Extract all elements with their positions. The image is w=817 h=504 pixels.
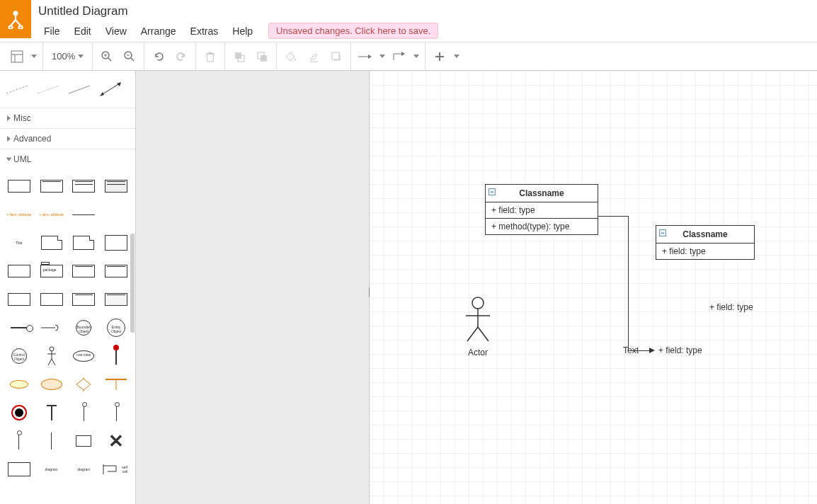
stencil-block2[interactable] <box>37 287 67 312</box>
shape-dashed-line[interactable] <box>1 76 33 102</box>
stencil-component[interactable] <box>4 258 34 284</box>
redo-button[interactable] <box>173 48 190 65</box>
stencil-rect[interactable] <box>69 428 99 454</box>
menu-file[interactable]: File <box>38 23 66 39</box>
stencil-item-orange[interactable]: + item: attribute <box>4 202 34 227</box>
to-front-button[interactable] <box>231 48 248 65</box>
stencil-end[interactable] <box>4 400 34 425</box>
stencil-socket[interactable] <box>37 315 67 340</box>
insert-button[interactable] <box>431 48 448 65</box>
stencil-activity[interactable] <box>4 372 34 397</box>
stencil-msg2[interactable]: diagram <box>69 457 99 482</box>
chevron-down-icon <box>454 55 459 58</box>
shape-bidir-arrow[interactable] <box>95 76 126 102</box>
zoom-in-button[interactable] <box>98 48 115 65</box>
collapse-icon[interactable]: − <box>489 188 496 195</box>
canvas-container: −Classname + field: type + method(type):… <box>136 71 817 504</box>
class-field[interactable]: + field: type <box>486 202 598 218</box>
stencil-class4[interactable] <box>101 173 131 199</box>
zoom-select[interactable]: 100% <box>49 51 86 62</box>
class-method[interactable]: + method(type): type <box>486 218 598 234</box>
stencil-pin-red[interactable] <box>101 343 131 369</box>
view-mode-button[interactable] <box>8 48 25 65</box>
stencil-decision[interactable] <box>69 372 99 397</box>
chevron-down-icon <box>379 55 385 58</box>
line-color-button[interactable] <box>305 48 322 65</box>
stencil-msg[interactable]: diagram <box>37 457 67 482</box>
app-logo[interactable] <box>0 0 31 38</box>
save-notice[interactable]: Unsaved changes. Click here to save. <box>268 23 438 39</box>
uml-stencils: + item: attribute + item: attribute Titl… <box>0 169 135 486</box>
floating-field-1[interactable]: + field: type <box>709 302 753 312</box>
stencil-entity[interactable]: Entity Object <box>101 315 131 340</box>
menu-extras[interactable]: Extras <box>185 23 224 39</box>
svg-point-22 <box>50 347 54 351</box>
edge-1[interactable] <box>598 216 655 354</box>
stencil-block3[interactable] <box>69 287 99 312</box>
menu-view[interactable]: View <box>100 23 132 39</box>
stencil-vline[interactable] <box>37 428 67 454</box>
stencil-tbar[interactable] <box>37 400 67 425</box>
stencil-block4[interactable] <box>101 287 131 312</box>
delete-button[interactable] <box>202 48 219 65</box>
stencil-usecase[interactable]: use case <box>69 343 99 369</box>
stencil-actor[interactable] <box>37 343 67 369</box>
stencil-fork[interactable] <box>101 372 131 397</box>
stencil-interface[interactable] <box>37 173 67 199</box>
stencil-spacer[interactable] <box>101 202 131 227</box>
stencil-title[interactable]: Title <box>4 230 34 256</box>
chevron-right-icon <box>7 136 11 142</box>
stencil-divider[interactable] <box>69 202 99 227</box>
zoom-out-button[interactable] <box>121 48 138 65</box>
edge-label[interactable]: Text <box>623 345 639 355</box>
shape-dotted-line[interactable] <box>33 76 64 102</box>
stencil-lifeline2[interactable] <box>101 400 131 425</box>
stencil-class3[interactable] <box>69 173 99 199</box>
uml-class-1[interactable]: −Classname + field: type + method(type):… <box>485 184 598 235</box>
stencil-vline-dot[interactable] <box>4 428 34 454</box>
section-label: Misc <box>13 113 31 123</box>
waypoint-button[interactable] <box>391 48 408 65</box>
menu-edit[interactable]: Edit <box>69 23 97 39</box>
outline-pane[interactable] <box>136 71 370 504</box>
connection-button[interactable] <box>357 48 374 65</box>
fill-color-button[interactable] <box>282 48 299 65</box>
shape-line[interactable] <box>64 76 95 102</box>
chevron-right-icon <box>7 115 11 121</box>
to-back-button[interactable] <box>253 48 270 65</box>
stencil-item-orange2[interactable]: + item: attribute <box>37 202 67 227</box>
stencil-note2[interactable] <box>69 230 99 256</box>
section-advanced[interactable]: Advanced <box>0 129 135 149</box>
shadow-button[interactable] <box>328 48 345 65</box>
stencil-block[interactable] <box>4 287 34 312</box>
stencil-destroy[interactable]: ✕ <box>101 428 131 454</box>
zoom-value: 100% <box>52 51 75 62</box>
menu-arrange[interactable]: Arrange <box>135 23 182 39</box>
stencil-selfcall[interactable]: self call <box>101 457 131 482</box>
sidebar-scrollbar[interactable] <box>130 71 135 504</box>
section-misc[interactable]: Misc <box>0 108 135 128</box>
uml-class-2[interactable]: −Classname + field: type <box>656 225 755 260</box>
document-title[interactable]: Untitled Diagram <box>38 0 817 18</box>
stencil-note[interactable] <box>37 230 67 256</box>
stencil-lifeline[interactable] <box>69 400 99 425</box>
stencil-package[interactable]: package <box>37 258 67 284</box>
stencil-frame2[interactable] <box>4 457 34 482</box>
floating-field-2[interactable]: + field: type <box>658 345 702 355</box>
collapse-icon[interactable]: − <box>659 229 666 236</box>
stencil-comp3[interactable] <box>101 258 131 284</box>
menu-help[interactable]: Help <box>227 23 258 39</box>
stencil-lollipop[interactable] <box>4 315 34 340</box>
svg-line-20 <box>101 84 120 95</box>
canvas[interactable]: −Classname + field: type + method(type):… <box>370 71 817 504</box>
stencil-object[interactable] <box>4 173 34 199</box>
stencil-comp2[interactable] <box>69 258 99 284</box>
class-field[interactable]: + field: type <box>656 244 754 259</box>
undo-button[interactable] <box>150 48 167 65</box>
uml-actor[interactable]: Actor <box>460 296 496 357</box>
stencil-boundary[interactable]: BoundaryObject <box>69 315 99 340</box>
stencil-frame[interactable] <box>101 230 131 256</box>
stencil-control[interactable]: ControlObject <box>4 343 34 369</box>
section-uml[interactable]: UML <box>0 149 135 169</box>
stencil-state[interactable] <box>37 372 67 397</box>
